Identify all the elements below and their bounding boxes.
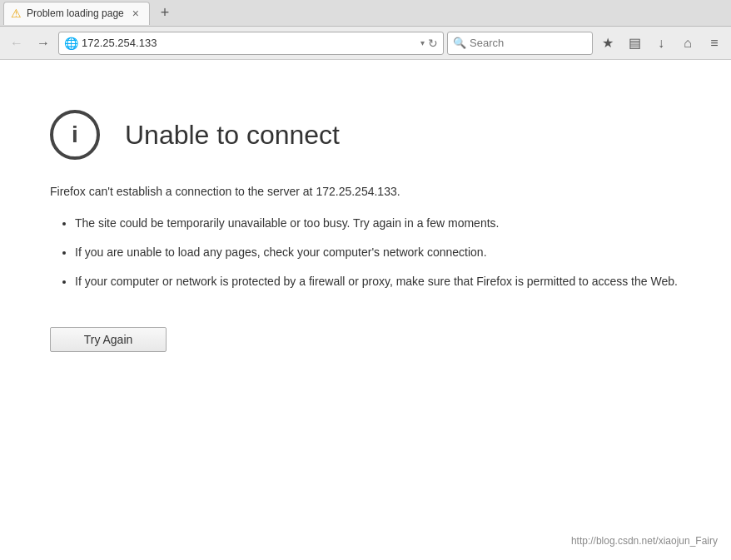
- reader-button[interactable]: ▤: [623, 32, 646, 55]
- nav-bar: ← → 🌐 ▾ ↻ 🔍 ★ ▤ ↓ ⌂ ≡: [0, 27, 731, 60]
- home-button[interactable]: ⌂: [676, 32, 699, 55]
- active-tab[interactable]: ⚠ Problem loading page ×: [3, 2, 150, 25]
- toolbar-icons: ★ ▤ ↓ ⌂ ≡: [596, 32, 726, 55]
- bookmark-button[interactable]: ★: [596, 32, 619, 55]
- list-item: If your computer or network is protected…: [75, 273, 681, 290]
- warning-icon: ⚠: [11, 7, 22, 20]
- tab-title: Problem loading page: [27, 7, 124, 19]
- try-again-button[interactable]: Try Again: [50, 327, 167, 352]
- error-header: i Unable to connect: [50, 110, 681, 160]
- tab-close-button[interactable]: ×: [129, 5, 142, 22]
- list-item: If you are unable to load any pages, che…: [75, 244, 681, 261]
- tab-bar: ⚠ Problem loading page × +: [0, 0, 731, 27]
- error-description: Firefox can't establish a connection to …: [50, 185, 681, 198]
- reload-button[interactable]: ↻: [428, 37, 438, 50]
- globe-icon: 🌐: [64, 37, 78, 50]
- list-item: The site could be temporarily unavailabl…: [75, 215, 681, 232]
- error-title: Unable to connect: [125, 120, 340, 151]
- content-area: i Unable to connect Firefox can't establ…: [0, 60, 731, 560]
- footer-link: http://blog.csdn.net/xiaojun_Fairy: [571, 535, 718, 547]
- search-icon: 🔍: [453, 37, 466, 49]
- search-bar[interactable]: 🔍: [447, 32, 593, 55]
- error-container: i Unable to connect Firefox can't establ…: [0, 60, 731, 385]
- address-bar[interactable]: 🌐 ▾ ↻: [58, 32, 444, 55]
- forward-button[interactable]: →: [32, 32, 55, 55]
- address-input[interactable]: [82, 37, 417, 49]
- search-input[interactable]: [470, 37, 569, 49]
- error-list: The site could be temporarily unavailabl…: [50, 215, 681, 302]
- info-icon: i: [50, 110, 100, 160]
- dropdown-icon[interactable]: ▾: [420, 38, 425, 47]
- menu-button[interactable]: ≡: [703, 32, 726, 55]
- back-button[interactable]: ←: [5, 32, 28, 55]
- download-button[interactable]: ↓: [649, 32, 673, 55]
- new-tab-button[interactable]: +: [153, 2, 177, 25]
